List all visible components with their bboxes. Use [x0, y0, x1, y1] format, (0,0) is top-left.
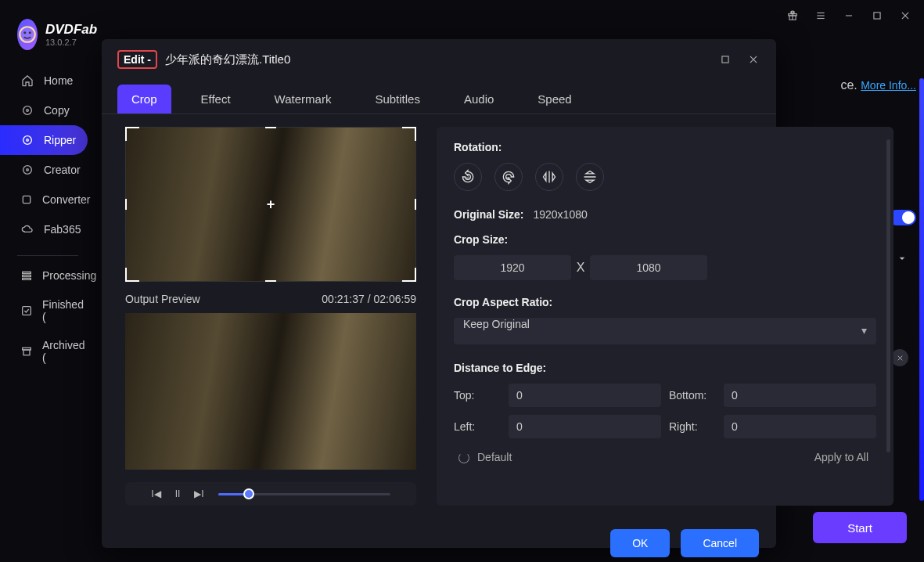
- crop-width-input[interactable]: [454, 255, 571, 280]
- gift-icon[interactable]: [780, 3, 805, 28]
- crop-handle-l[interactable]: [125, 199, 127, 210]
- nav-label: Ripper: [44, 134, 76, 146]
- archive-icon: [20, 344, 33, 358]
- svg-point-13: [23, 106, 32, 115]
- tab-speed[interactable]: Speed: [523, 85, 585, 113]
- settings-footer: Default Apply to All: [454, 438, 876, 463]
- nav-ripper[interactable]: Ripper: [0, 125, 88, 155]
- rotate-cw-button[interactable]: 90°: [494, 163, 523, 191]
- crop-handle-b[interactable]: [265, 280, 276, 282]
- edit-badge: Edit -: [117, 50, 157, 69]
- crop-handle-tr[interactable]: [402, 127, 416, 141]
- top-input[interactable]: [509, 384, 661, 407]
- svg-point-14: [27, 110, 29, 112]
- crop-height-input[interactable]: [590, 255, 707, 280]
- original-size-row: Original Size:1920x1080: [454, 208, 876, 221]
- svg-point-17: [23, 166, 32, 175]
- check-icon: [20, 304, 33, 318]
- nav-copy[interactable]: Copy: [0, 95, 88, 125]
- svg-point-16: [27, 139, 29, 142]
- rotate-ccw-button[interactable]: 90°: [454, 163, 482, 191]
- tabs: Crop Effect Watermark Subtitles Audio Sp…: [102, 77, 776, 114]
- svg-rect-20: [23, 272, 31, 273]
- tab-effect[interactable]: Effect: [187, 85, 245, 113]
- crop-handle-tl[interactable]: [125, 127, 139, 141]
- crop-handle-t[interactable]: [265, 127, 276, 128]
- settings-scrollbar[interactable]: [886, 139, 890, 452]
- remove-icon[interactable]: [891, 349, 908, 366]
- svg-point-15: [23, 136, 32, 145]
- output-preview-label: Output Preview: [125, 293, 200, 305]
- maximize-button[interactable]: [865, 3, 890, 28]
- nav-label: Creator: [44, 164, 81, 176]
- crop-center-icon[interactable]: +: [267, 196, 275, 213]
- scrollbar-right[interactable]: [919, 78, 924, 501]
- pause-icon[interactable]: II: [175, 488, 181, 499]
- tab-watermark[interactable]: Watermark: [261, 85, 346, 113]
- start-button[interactable]: Start: [813, 512, 907, 543]
- right-label: Right:: [669, 420, 716, 433]
- home-icon: [20, 74, 34, 88]
- menu-icon[interactable]: [808, 3, 833, 28]
- svg-text:90°: 90°: [506, 176, 512, 180]
- minimize-button[interactable]: [836, 3, 861, 28]
- more-info-link[interactable]: More Info...: [861, 79, 916, 92]
- cancel-button[interactable]: Cancel: [681, 529, 759, 557]
- logo-icon: [17, 19, 38, 50]
- nav-label: Archived (: [42, 339, 84, 364]
- flip-vertical-button[interactable]: [576, 163, 604, 191]
- nav-label: Converter: [42, 193, 90, 206]
- nav-home[interactable]: Home: [0, 66, 88, 95]
- crop-size-label: Crop Size:: [454, 233, 876, 246]
- tab-crop[interactable]: Crop: [117, 85, 171, 113]
- sidebar: DVDFab 13.0.2.7 Home Copy Ripper Creator…: [0, 14, 94, 372]
- ok-button[interactable]: OK: [610, 529, 670, 557]
- cloud-icon: [20, 222, 34, 236]
- reset-icon: [458, 452, 469, 463]
- dialog-title: 少年派的奇幻漂流.Title0: [165, 52, 290, 67]
- brand-name: DVDFab: [45, 22, 97, 38]
- nav-converter[interactable]: Converter: [0, 185, 88, 214]
- prev-frame-icon[interactable]: I◀: [151, 488, 160, 499]
- nav-separator: [17, 255, 78, 256]
- left-label: Left:: [454, 420, 501, 433]
- brand-version: 13.0.2.7: [45, 38, 97, 47]
- apply-all-button[interactable]: Apply to All: [814, 451, 868, 463]
- svg-point-18: [27, 169, 29, 171]
- nav: Home Copy Ripper Creator Converter Fab36…: [0, 66, 94, 372]
- dialog-body: + Output Preview 00:21:37 / 02:06:59 I◀ …: [102, 114, 776, 513]
- distance-label: Distance to Edge:: [454, 362, 876, 374]
- nav-label: Processing: [42, 269, 96, 282]
- close-button[interactable]: [893, 3, 918, 28]
- playbar: I◀ II ▶I: [125, 482, 416, 506]
- next-frame-icon[interactable]: ▶I: [194, 488, 203, 499]
- flip-horizontal-button[interactable]: [535, 163, 563, 191]
- crop-handle-br[interactable]: [402, 268, 416, 282]
- right-input[interactable]: [724, 415, 876, 438]
- brand: DVDFab 13.0.2.7: [45, 22, 97, 47]
- crop-handle-bl[interactable]: [125, 268, 139, 282]
- top-label: Top:: [454, 389, 501, 402]
- dialog-maximize-icon[interactable]: [718, 52, 732, 67]
- nav-finished[interactable]: Finished (: [0, 290, 88, 331]
- left-input[interactable]: [509, 415, 661, 438]
- svg-rect-23: [23, 307, 31, 315]
- crop-preview[interactable]: +: [125, 127, 416, 282]
- seek-bar[interactable]: [218, 493, 390, 495]
- svg-text:90°: 90°: [466, 176, 471, 180]
- svg-rect-19: [23, 196, 30, 203]
- chevron-down-icon[interactable]: [896, 252, 908, 265]
- dialog-close-icon[interactable]: [746, 52, 760, 67]
- tab-subtitles[interactable]: Subtitles: [361, 85, 434, 113]
- nav-creator[interactable]: Creator: [0, 155, 88, 185]
- creator-icon: [20, 163, 34, 177]
- nav-fab365[interactable]: Fab365: [0, 214, 88, 244]
- nav-processing[interactable]: Processing: [0, 261, 88, 290]
- crop-handle-r[interactable]: [415, 199, 416, 210]
- seek-thumb[interactable]: [243, 488, 254, 499]
- nav-archived[interactable]: Archived (: [0, 331, 88, 372]
- tab-audio[interactable]: Audio: [450, 85, 508, 113]
- bottom-input[interactable]: [724, 384, 876, 407]
- reset-default-button[interactable]: Default: [458, 451, 512, 463]
- aspect-ratio-select[interactable]: Keep Original: [454, 318, 876, 344]
